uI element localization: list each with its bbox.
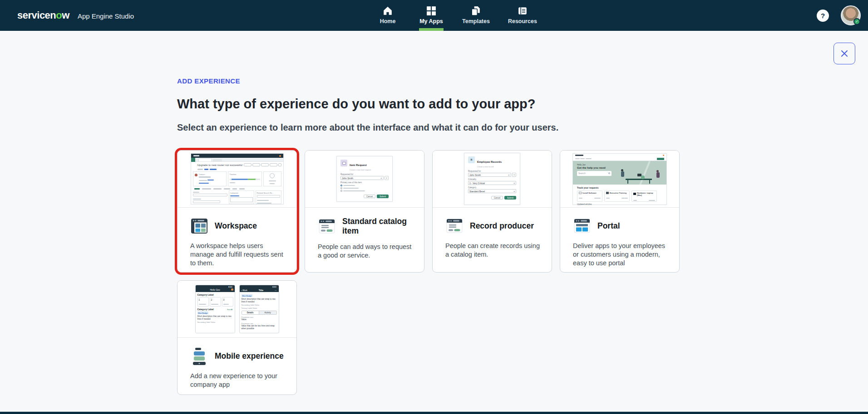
experience-card-portal[interactable]: Hello Joe Get the help you need Search [560, 150, 680, 273]
main-nav: Home My Apps Templates Resources [375, 0, 537, 31]
nav-home[interactable]: Home [375, 0, 400, 31]
bottom-edge-strip [0, 412, 868, 414]
page-title: What type of experience do you want to a… [177, 97, 682, 112]
catalog-item-icon [318, 217, 336, 235]
resources-icon [518, 6, 528, 16]
mobile-mini-phone-left: ▮▮▮ Hello Geo Category Label 1 2 3 [195, 285, 235, 333]
product-name: App Engine Studio [78, 12, 134, 20]
portal-illustration [617, 163, 665, 184]
avatar-status-icon: ✓ [853, 18, 860, 25]
nav-home-label: Home [380, 18, 396, 24]
card-title-workspace: Workspace [215, 221, 257, 231]
thumb-submit-button: Submit [377, 195, 389, 198]
mobile-experience-icon [190, 347, 208, 365]
card-title-mobile: Mobile experience [215, 351, 284, 361]
nav-templates[interactable]: Templates [462, 0, 490, 31]
card-desc-catalog: People can add ways to request a good or… [318, 243, 414, 260]
home-icon [383, 6, 393, 16]
workspace-mini-screenshot: Upgrade to new router not successful Con… [191, 153, 284, 205]
portal-icon [573, 217, 591, 235]
close-button[interactable] [833, 43, 855, 64]
nav-my-apps-label: My Apps [419, 18, 443, 24]
portal-thumbnail: Hello Joe Get the help you need Search [560, 151, 679, 208]
workspace-icon [190, 217, 208, 235]
close-icon [840, 49, 849, 58]
app-header: servicenow App Engine Studio Home My App… [0, 0, 868, 31]
nav-resources[interactable]: Resources [508, 0, 537, 31]
mobile-mini-phones: ▮▮▮ Hello Geo Category Label 1 2 3 [195, 285, 279, 333]
workspace-thumbnail: Upgrade to new router not successful Con… [178, 151, 296, 208]
experience-card-record-producer[interactable]: ✳ Employee Records Create a new record R… [432, 150, 552, 273]
add-experience-screen: ADD EXPERIENCE What type of experience d… [0, 31, 868, 412]
experience-cards: Upgrade to new router not successful Con… [177, 150, 682, 395]
card-desc-portal: Deliver apps to your employees or custom… [573, 242, 669, 268]
templates-icon [471, 6, 481, 16]
portal-mini-card-1: Install Software [577, 190, 602, 202]
thumb-cancel-button: Cancel [364, 195, 375, 198]
record-producer-thumbnail: ✳ Employee Records Create a new record R… [433, 151, 552, 208]
experience-card-mobile[interactable]: ▮▮▮ Hello Geo Category Label 1 2 3 [177, 280, 297, 395]
thumb-cancel-button: Cancel [491, 196, 503, 200]
eyebrow-label: ADD EXPERIENCE [177, 77, 682, 85]
card-title-catalog: Standard catalog item [342, 217, 414, 236]
nav-resources-label: Resources [508, 18, 537, 24]
portal-mini-page: Hello Joe Get the help you need Search [572, 153, 667, 205]
brand: servicenow App Engine Studio [0, 10, 134, 21]
card-title-record-producer: Record producer [470, 221, 534, 231]
nav-templates-label: Templates [462, 18, 490, 24]
portal-mini-card-3: Hardware: Laptop (Mac) [631, 190, 657, 202]
logo-green-o: o [56, 10, 62, 21]
catalog-mini-form: Item Request Create a new item request R… [336, 156, 393, 202]
mobile-mini-phone-right: ▮▮▮ ‹ WorkTitle⋯ Blue Badge Short descri… [239, 285, 279, 333]
catalog-thumbnail: Item Request Create a new item request R… [305, 151, 424, 208]
card-desc-record-producer: People can create records using a catalo… [445, 242, 542, 259]
record-producer-icon [445, 217, 464, 235]
help-icon[interactable]: ? [817, 10, 829, 22]
record-mini-form: ✳ Employee Records Create a new record R… [464, 153, 520, 205]
servicenow-logo: servicenow [17, 10, 69, 21]
grid-icon [426, 6, 436, 16]
user-avatar[interactable]: ✓ [841, 5, 861, 25]
add-experience-content: ADD EXPERIENCE What type of experience d… [177, 31, 682, 395]
experience-card-standard-catalog-item[interactable]: Item Request Create a new item request R… [305, 150, 424, 273]
thumb-submit-button: Submit [504, 196, 516, 200]
card-title-portal: Portal [597, 221, 620, 231]
page-subtitle: Select an experience to learn more about… [177, 122, 682, 133]
mobile-thumbnail: ▮▮▮ Hello Geo Category Label 1 2 3 [178, 281, 296, 338]
card-desc-mobile: Add a new experience to your company app [190, 372, 286, 389]
nav-my-apps[interactable]: My Apps [419, 0, 444, 31]
header-right: ? ✓ [817, 0, 861, 31]
card-desc-workspace: A workspace helps users manage and fulfi… [190, 242, 286, 268]
portal-mini-card-2: Executive Training [604, 190, 630, 202]
experience-card-workspace[interactable]: Upgrade to new router not successful Con… [177, 150, 297, 273]
